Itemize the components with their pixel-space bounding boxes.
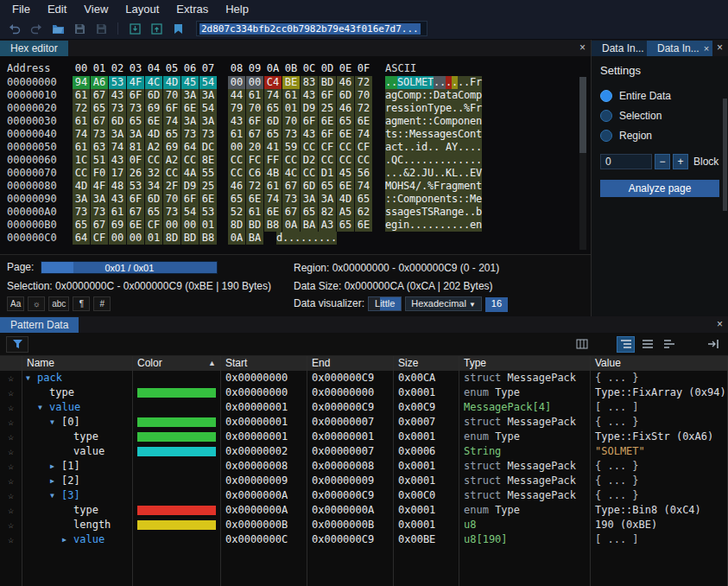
hex-byte-cell[interactable]: 73 [109,102,126,115]
hex-byte-cell[interactable]: 43 [228,115,245,128]
ascii-char-cell[interactable]: : [397,128,403,141]
block-size-decrement-button[interactable]: − [655,154,670,169]
visualizer-count-input[interactable]: 16 [485,297,508,312]
hex-byte-cell[interactable]: 6E [199,193,217,206]
hex-byte-cell[interactable]: 4B [264,167,282,180]
hex-byte-cell[interactable]: 82 [319,206,336,219]
hex-byte-cell[interactable]: 4D [145,128,162,141]
radio-button-selected[interactable] [600,90,612,102]
hex-byte-cell[interactable]: 6E [355,115,372,128]
hex-byte-cell[interactable]: D9 [301,102,318,115]
hex-byte-cell[interactable]: BD [246,219,263,232]
ascii-char-cell[interactable]: : [464,193,470,206]
ascii-char-cell[interactable]: s [415,206,421,219]
ascii-char-cell[interactable]: . [434,76,440,89]
ascii-char-cell[interactable]: . [464,167,470,180]
hex-byte-cell[interactable]: 61 [246,206,263,219]
ascii-char-cell[interactable]: e [470,219,476,232]
ascii-char-cell[interactable]: C [397,154,403,167]
open-file-icon[interactable] [50,21,66,36]
pattern-row[interactable]: ☆▶[1]0x000000080x000000080x0001struct Me… [0,459,728,474]
hex-byte-cell[interactable]: 00 [228,141,245,154]
ascii-char-cell[interactable]: % [464,102,470,115]
ascii-char-cell[interactable]: . [421,154,427,167]
hex-byte-cell[interactable]: 61 [73,89,90,102]
hex-byte-cell[interactable]: CC [181,154,199,167]
column-header-value[interactable]: Value [591,356,728,371]
hex-byte-cell[interactable]: 32 [145,167,162,180]
hex-byte-cell[interactable]: 3A [127,128,144,141]
hex-byte-cell[interactable]: 4D [337,193,354,206]
radio-button[interactable] [600,110,612,122]
ascii-char-cell[interactable]: . [464,206,470,219]
hex-byte-cell[interactable]: 69 [109,219,126,232]
pattern-row[interactable]: ☆type0x0000000A0x0000000A0x0001enum Type… [0,503,728,518]
hex-byte-cell[interactable]: CC [337,154,354,167]
hex-byte-cell[interactable]: CC [355,154,372,167]
hex-byte-cell[interactable]: 43 [109,193,126,206]
hex-byte-cell[interactable]: 73 [163,206,180,219]
ascii-char-cell[interactable]: 4 [409,180,415,193]
ascii-char-cell[interactable]: t [397,141,403,154]
page-slider[interactable]: 0x01 / 0x01 [41,261,218,274]
ascii-char-cell[interactable]: . [319,232,325,245]
pattern-row[interactable]: ☆▶value0x0000000C0x000000C90x00BEu8[190]… [0,532,728,547]
hex-byte-cell[interactable]: 73 [282,128,300,141]
hex-byte-cell[interactable]: C6 [246,167,263,180]
hash-input[interactable]: 2d807c334bfb2cc0b7982b79e43f016e7d7... [196,21,427,36]
ascii-char-cell[interactable]: b [476,206,482,219]
hex-byte-cell[interactable]: 53 [127,180,144,193]
hex-byte-cell[interactable]: 72 [355,76,372,89]
tree-expand-icon[interactable]: ▼ [50,415,61,430]
tree-collapse-icon[interactable]: ▶ [50,459,61,474]
hex-byte-cell[interactable]: 61 [228,128,245,141]
hex-byte-cell[interactable]: BD [181,232,199,245]
hex-byte-cell[interactable]: 61 [264,180,282,193]
hex-byte-cell[interactable]: C4 [264,76,282,89]
ascii-char-cell[interactable]: . [409,219,415,232]
ascii-char-cell[interactable]: J [421,167,427,180]
ascii-char-cell[interactable]: . [440,219,446,232]
hex-byte-cell[interactable]: 70 [163,89,180,102]
hex-byte-cell[interactable]: 6F [127,193,144,206]
hex-byte-cell[interactable]: 6F [163,102,180,115]
hex-byte-cell[interactable]: 65 [73,219,90,232]
hex-byte-cell[interactable]: 65 [301,206,318,219]
hex-byte-cell[interactable]: 8E [199,154,217,167]
ascii-char-cell[interactable]: . [452,76,458,89]
hex-byte-cell[interactable]: 45 [337,167,354,180]
block-size-increment-button[interactable]: + [673,154,688,169]
ascii-char-cell[interactable]: r [476,76,482,89]
ascii-column-toggle-button[interactable]: abc [48,296,69,311]
ascii-char-cell[interactable]: i [397,219,403,232]
ascii-char-cell[interactable]: L [409,76,415,89]
hex-byte-cell[interactable]: 72 [355,102,372,115]
hex-byte-cell[interactable]: 56 [355,167,372,180]
hex-byte-cell[interactable]: 6E [145,115,162,128]
ascii-char-cell[interactable]: . [434,167,440,180]
hex-byte-cell[interactable]: A6 [91,76,108,89]
hex-byte-cell[interactable]: 72 [246,180,263,193]
ascii-char-cell[interactable]: . [415,154,421,167]
hex-byte-cell[interactable]: 01 [145,232,162,245]
column-header-name[interactable]: Name [22,356,133,371]
ascii-char-cell[interactable]: C [397,193,403,206]
ascii-char-cell[interactable]: . [427,154,434,167]
favorite-star-icon[interactable]: ☆ [0,518,22,532]
hex-byte-cell[interactable]: CC [163,167,180,180]
hex-byte-cell[interactable]: 61 [109,206,126,219]
hex-byte-cell[interactable]: BA [246,232,263,245]
endianness-toggle[interactable]: Little [368,296,402,311]
column-header-size[interactable]: Size [394,356,459,371]
hex-byte-cell[interactable]: 73 [127,102,144,115]
save-as-icon[interactable] [93,21,109,36]
ascii-char-cell[interactable]: V [476,167,482,180]
ascii-char-cell[interactable]: . [409,154,415,167]
ascii-char-cell[interactable]: 2 [409,167,415,180]
hex-byte-cell[interactable]: CC [337,141,354,154]
ascii-char-cell[interactable]: : [421,89,427,102]
hex-byte-cell[interactable]: 3A [181,115,199,128]
hex-byte-cell[interactable]: 70 [163,193,180,206]
hex-byte-cell[interactable]: 65 [163,128,180,141]
hex-byte-cell[interactable]: 65 [91,102,108,115]
